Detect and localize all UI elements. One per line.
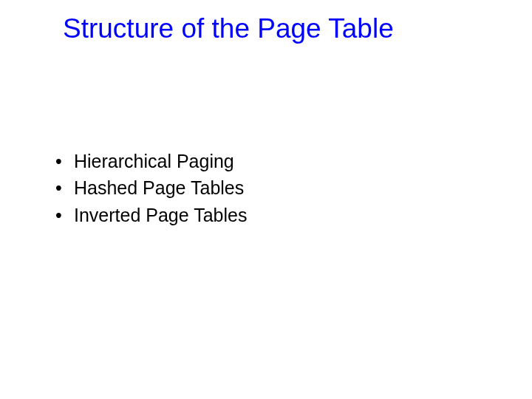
list-item: Inverted Page Tables xyxy=(55,202,247,228)
list-item: Hierarchical Paging xyxy=(55,148,247,174)
bullet-list: Hierarchical Paging Hashed Page Tables I… xyxy=(55,148,247,228)
slide-title: Structure of the Page Table xyxy=(63,13,394,44)
list-item: Hashed Page Tables xyxy=(55,174,247,201)
